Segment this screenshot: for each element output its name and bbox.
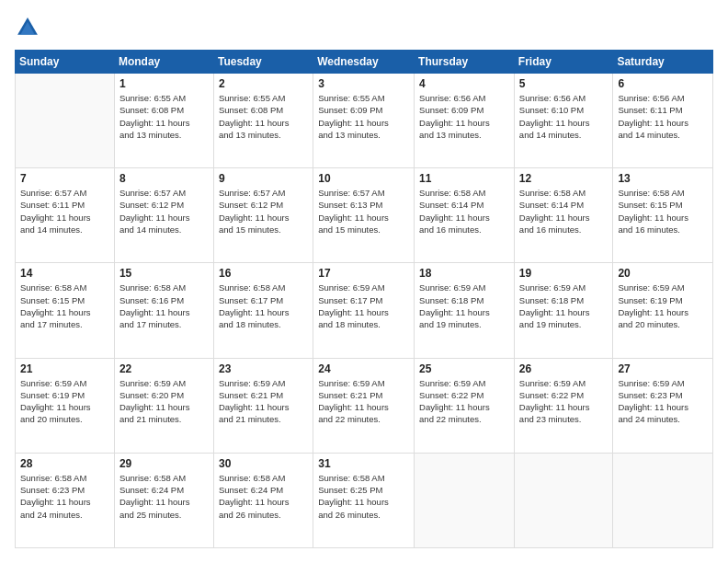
day-number: 18: [419, 267, 509, 280]
page: SundayMondayTuesdayWednesdayThursdayFrid…: [0, 0, 728, 563]
day-info: Sunrise: 6:59 AMSunset: 6:19 PMDaylight:…: [618, 282, 708, 330]
day-number: 11: [419, 172, 509, 185]
day-info: Sunrise: 6:59 AMSunset: 6:20 PMDaylight:…: [119, 377, 209, 426]
calendar-body: 1Sunrise: 6:55 AMSunset: 6:08 PMDaylight…: [16, 74, 713, 548]
calendar-cell: 31Sunrise: 6:58 AMSunset: 6:25 PMDayligh…: [313, 453, 415, 547]
calendar-cell: 23Sunrise: 6:59 AMSunset: 6:21 PMDayligh…: [213, 358, 313, 453]
calendar-cell: 28Sunrise: 6:58 AMSunset: 6:23 PMDayligh…: [16, 453, 115, 547]
calendar-cell: 16Sunrise: 6:58 AMSunset: 6:17 PMDayligh…: [213, 263, 313, 358]
week-row-1: 7Sunrise: 6:57 AMSunset: 6:11 PMDaylight…: [16, 168, 713, 263]
day-info: Sunrise: 6:58 AMSunset: 6:25 PMDaylight:…: [318, 472, 409, 521]
day-number: 25: [419, 362, 509, 375]
day-info: Sunrise: 6:58 AMSunset: 6:24 PMDaylight:…: [219, 472, 308, 521]
day-info: Sunrise: 6:59 AMSunset: 6:21 PMDaylight:…: [318, 377, 409, 426]
day-info: Sunrise: 6:56 AMSunset: 6:10 PMDaylight:…: [519, 92, 609, 141]
day-info: Sunrise: 6:58 AMSunset: 6:15 PMDaylight:…: [20, 282, 109, 330]
weekday-header-monday: Monday: [114, 51, 213, 74]
day-info: Sunrise: 6:57 AMSunset: 6:11 PMDaylight:…: [20, 187, 109, 236]
day-number: 29: [119, 457, 209, 470]
day-info: Sunrise: 6:55 AMSunset: 6:09 PMDaylight:…: [318, 92, 409, 141]
day-number: 4: [419, 77, 509, 90]
day-info: Sunrise: 6:58 AMSunset: 6:23 PMDaylight:…: [20, 472, 109, 521]
day-number: 12: [519, 172, 609, 185]
calendar-cell: 22Sunrise: 6:59 AMSunset: 6:20 PMDayligh…: [114, 358, 213, 453]
weekday-header-friday: Friday: [514, 51, 613, 74]
calendar-cell: [613, 453, 713, 547]
day-number: 5: [519, 77, 609, 90]
day-number: 14: [20, 267, 109, 280]
calendar-cell: 5Sunrise: 6:56 AMSunset: 6:10 PMDaylight…: [514, 74, 613, 168]
day-number: 21: [20, 362, 109, 375]
day-info: Sunrise: 6:56 AMSunset: 6:11 PMDaylight:…: [618, 92, 708, 141]
day-number: 8: [119, 172, 209, 185]
calendar-header: SundayMondayTuesdayWednesdayThursdayFrid…: [16, 51, 713, 74]
day-number: 2: [219, 77, 308, 90]
logo-icon: [15, 15, 40, 40]
day-info: Sunrise: 6:55 AMSunset: 6:08 PMDaylight:…: [219, 92, 308, 141]
day-number: 17: [318, 267, 409, 280]
calendar-cell: 17Sunrise: 6:59 AMSunset: 6:17 PMDayligh…: [313, 263, 415, 358]
day-number: 31: [318, 457, 409, 470]
calendar-cell: [514, 453, 613, 547]
calendar-cell: 4Sunrise: 6:56 AMSunset: 6:09 PMDaylight…: [415, 74, 515, 168]
day-number: 7: [20, 172, 109, 185]
calendar-cell: 1Sunrise: 6:55 AMSunset: 6:08 PMDaylight…: [114, 74, 213, 168]
header: [15, 15, 713, 40]
day-info: Sunrise: 6:58 AMSunset: 6:24 PMDaylight:…: [119, 472, 209, 521]
calendar-cell: 29Sunrise: 6:58 AMSunset: 6:24 PMDayligh…: [114, 453, 213, 547]
calendar-cell: [16, 74, 115, 168]
calendar-cell: 25Sunrise: 6:59 AMSunset: 6:22 PMDayligh…: [415, 358, 515, 453]
day-number: 16: [219, 267, 308, 280]
calendar-cell: 21Sunrise: 6:59 AMSunset: 6:19 PMDayligh…: [16, 358, 115, 453]
day-number: 27: [618, 362, 708, 375]
week-row-0: 1Sunrise: 6:55 AMSunset: 6:08 PMDaylight…: [16, 74, 713, 168]
day-info: Sunrise: 6:58 AMSunset: 6:14 PMDaylight:…: [519, 187, 609, 236]
calendar-cell: 27Sunrise: 6:59 AMSunset: 6:23 PMDayligh…: [613, 358, 713, 453]
day-info: Sunrise: 6:56 AMSunset: 6:09 PMDaylight:…: [419, 92, 509, 141]
calendar-cell: 3Sunrise: 6:55 AMSunset: 6:09 PMDaylight…: [313, 74, 415, 168]
weekday-header-saturday: Saturday: [613, 51, 713, 74]
week-row-3: 21Sunrise: 6:59 AMSunset: 6:19 PMDayligh…: [16, 358, 713, 453]
day-info: Sunrise: 6:59 AMSunset: 6:19 PMDaylight:…: [20, 377, 109, 426]
calendar-cell: 26Sunrise: 6:59 AMSunset: 6:22 PMDayligh…: [514, 358, 613, 453]
day-number: 13: [618, 172, 708, 185]
day-number: 10: [318, 172, 409, 185]
day-info: Sunrise: 6:57 AMSunset: 6:12 PMDaylight:…: [219, 187, 308, 236]
calendar-cell: 20Sunrise: 6:59 AMSunset: 6:19 PMDayligh…: [613, 263, 713, 358]
calendar-cell: 11Sunrise: 6:58 AMSunset: 6:14 PMDayligh…: [415, 168, 515, 263]
week-row-2: 14Sunrise: 6:58 AMSunset: 6:15 PMDayligh…: [16, 263, 713, 358]
calendar-cell: 19Sunrise: 6:59 AMSunset: 6:18 PMDayligh…: [514, 263, 613, 358]
day-info: Sunrise: 6:59 AMSunset: 6:21 PMDaylight:…: [219, 377, 308, 426]
calendar-cell: 7Sunrise: 6:57 AMSunset: 6:11 PMDaylight…: [16, 168, 115, 263]
day-number: 6: [618, 77, 708, 90]
day-number: 1: [119, 77, 209, 90]
day-number: 22: [119, 362, 209, 375]
day-number: 20: [618, 267, 708, 280]
day-number: 23: [219, 362, 308, 375]
calendar-cell: [415, 453, 515, 547]
weekday-header-wednesday: Wednesday: [313, 51, 415, 74]
day-info: Sunrise: 6:57 AMSunset: 6:12 PMDaylight:…: [119, 187, 209, 236]
calendar-cell: 18Sunrise: 6:59 AMSunset: 6:18 PMDayligh…: [415, 263, 515, 358]
day-info: Sunrise: 6:58 AMSunset: 6:15 PMDaylight:…: [618, 187, 708, 236]
day-number: 19: [519, 267, 609, 280]
weekday-header-row: SundayMondayTuesdayWednesdayThursdayFrid…: [16, 51, 713, 74]
day-info: Sunrise: 6:59 AMSunset: 6:17 PMDaylight:…: [318, 282, 409, 330]
calendar-cell: 14Sunrise: 6:58 AMSunset: 6:15 PMDayligh…: [16, 263, 115, 358]
day-number: 15: [119, 267, 209, 280]
calendar-cell: 30Sunrise: 6:58 AMSunset: 6:24 PMDayligh…: [213, 453, 313, 547]
calendar-cell: 12Sunrise: 6:58 AMSunset: 6:14 PMDayligh…: [514, 168, 613, 263]
day-info: Sunrise: 6:59 AMSunset: 6:22 PMDaylight:…: [419, 377, 509, 426]
calendar-cell: 15Sunrise: 6:58 AMSunset: 6:16 PMDayligh…: [114, 263, 213, 358]
calendar-cell: 24Sunrise: 6:59 AMSunset: 6:21 PMDayligh…: [313, 358, 415, 453]
calendar-cell: 8Sunrise: 6:57 AMSunset: 6:12 PMDaylight…: [114, 168, 213, 263]
weekday-header-tuesday: Tuesday: [213, 51, 313, 74]
day-info: Sunrise: 6:59 AMSunset: 6:18 PMDaylight:…: [419, 282, 509, 330]
day-info: Sunrise: 6:57 AMSunset: 6:13 PMDaylight:…: [318, 187, 409, 236]
day-info: Sunrise: 6:58 AMSunset: 6:17 PMDaylight:…: [219, 282, 308, 330]
day-info: Sunrise: 6:59 AMSunset: 6:22 PMDaylight:…: [519, 377, 609, 426]
calendar-cell: 10Sunrise: 6:57 AMSunset: 6:13 PMDayligh…: [313, 168, 415, 263]
day-number: 26: [519, 362, 609, 375]
weekday-header-sunday: Sunday: [16, 51, 115, 74]
weekday-header-thursday: Thursday: [415, 51, 515, 74]
